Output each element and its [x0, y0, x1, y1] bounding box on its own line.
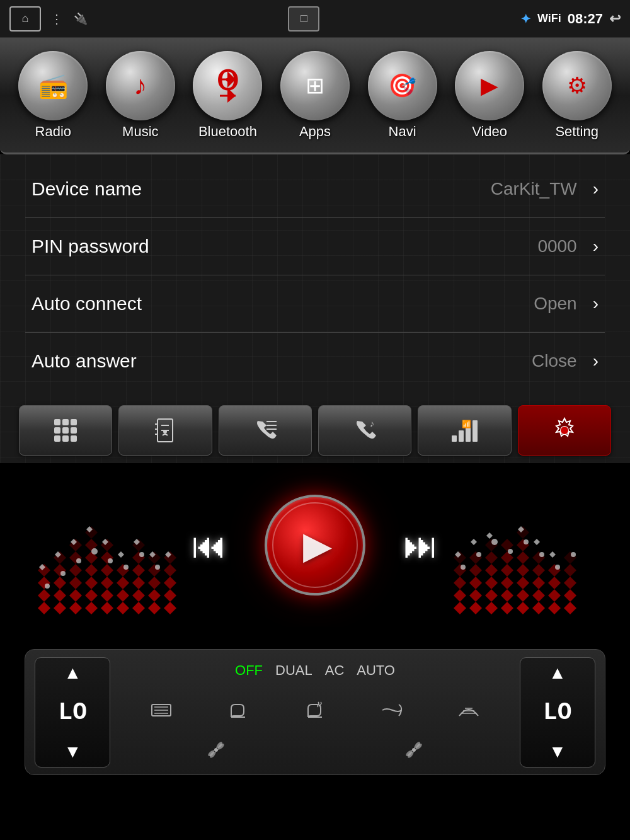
left-fan-button[interactable] [206, 740, 226, 762]
keypad-button[interactable] [19, 405, 112, 456]
svg-point-159 [214, 748, 218, 752]
svg-text:📶: 📶 [462, 419, 471, 429]
climate-mode-row: OFF DUAL AC AUTO [117, 657, 513, 684]
home-icon[interactable]: ⌂ [9, 6, 41, 32]
svg-marker-103 [469, 564, 482, 577]
auto-connect-row[interactable]: Auto connect Open › [25, 275, 605, 333]
svg-marker-47 [85, 577, 98, 589]
svg-marker-114 [501, 564, 513, 577]
navi-label: Navi [389, 124, 416, 140]
svg-marker-83 [118, 551, 124, 558]
svg-point-89 [76, 558, 81, 563]
navi-icon: 🎯 [388, 72, 416, 99]
svg-marker-126 [532, 577, 545, 589]
signal-button[interactable]: 📶 [418, 405, 511, 456]
call-log-button[interactable] [219, 405, 312, 456]
settings-button[interactable] [518, 405, 611, 456]
left-temp-up-button[interactable]: ▲ [64, 663, 81, 683]
device-name-right: CarKit_TW › [491, 179, 598, 199]
svg-point-91 [108, 558, 113, 563]
svg-rect-9 [54, 427, 60, 434]
svg-text:ʘ: ʘ [217, 68, 238, 96]
front-defrost-button[interactable] [457, 698, 481, 725]
svg-rect-12 [54, 435, 60, 442]
seat-heat-right-icon [303, 698, 327, 722]
mode-off-button[interactable]: OFF [235, 662, 263, 679]
svg-marker-130 [548, 589, 561, 602]
left-temp-display: LO [58, 699, 87, 726]
status-right: ✦ WiFi 08:27 ↩ [520, 11, 621, 27]
svg-marker-101 [469, 589, 482, 602]
next-button[interactable]: ⏭ [403, 525, 438, 566]
wifi-icon: WiFi [537, 12, 561, 25]
sidebar-item-bluetooth[interactable]: ʘ Bluetooth [193, 51, 262, 140]
video-label: Video [472, 124, 507, 140]
apps-label: Apps [299, 124, 331, 140]
video-icon: ▶ [481, 72, 498, 99]
svg-marker-74 [164, 589, 176, 602]
phonebook-button[interactable] [118, 405, 212, 456]
svg-rect-7 [62, 419, 69, 425]
device-name-value: CarKit_TW [491, 179, 577, 199]
svg-marker-59 [117, 589, 129, 602]
air-flow-icon [380, 698, 404, 722]
sidebar-item-radio[interactable]: 📻 Radio [18, 51, 88, 140]
svg-point-145 [571, 552, 576, 557]
phonebook-icon [152, 418, 178, 443]
svg-marker-52 [101, 602, 113, 614]
svg-marker-62 [132, 602, 145, 614]
svg-point-18 [163, 430, 167, 434]
recent-apps-icon[interactable]: □ [288, 6, 319, 32]
right-fan-button[interactable] [404, 740, 424, 762]
svg-marker-42 [69, 564, 82, 577]
svg-marker-30 [38, 602, 50, 614]
svg-marker-53 [101, 589, 113, 602]
device-name-chevron: › [593, 179, 598, 199]
mode-ac-button[interactable]: AC [325, 662, 345, 679]
svg-marker-31 [38, 589, 50, 602]
svg-rect-11 [71, 427, 77, 434]
svg-rect-10 [62, 427, 69, 434]
menu-dots-icon[interactable]: ⋮ [50, 11, 64, 26]
svg-marker-121 [517, 551, 529, 564]
mode-auto-button[interactable]: AUTO [357, 662, 395, 679]
seat-heat-left-button[interactable] [226, 698, 250, 725]
back-icon[interactable]: ↩ [609, 11, 621, 27]
navi-icon-circle: 🎯 [368, 51, 437, 120]
mode-dual-button[interactable]: DUAL [275, 662, 312, 679]
auto-answer-value: Close [532, 351, 577, 371]
sidebar-item-video[interactable]: ▶ Video [455, 51, 524, 140]
auto-connect-value: Open [534, 294, 577, 314]
right-temp-control: ▲ LO ▼ [520, 657, 595, 768]
svg-marker-118 [517, 589, 529, 602]
right-temp-down-button[interactable]: ▼ [549, 742, 566, 762]
climate-icons-row [117, 689, 513, 735]
rear-defrost-button[interactable] [149, 698, 173, 725]
sidebar-item-apps[interactable]: ⊞ Apps [280, 51, 350, 140]
play-button[interactable]: ▶ [265, 495, 365, 595]
prev-button[interactable]: ⏮ [192, 525, 227, 566]
svg-rect-23 [452, 435, 457, 442]
svg-marker-73 [164, 602, 176, 614]
auto-answer-row[interactable]: Auto answer Close › [25, 333, 605, 389]
svg-text:♪: ♪ [370, 418, 374, 429]
air-flow-button[interactable] [380, 698, 404, 725]
svg-marker-106 [485, 589, 498, 602]
seat-heat-right-button[interactable] [303, 698, 327, 725]
left-temp-down-button[interactable]: ▼ [64, 742, 81, 762]
music-icon: ♪ [134, 71, 147, 101]
svg-point-92 [123, 565, 129, 570]
right-fan-icon [404, 740, 424, 760]
svg-marker-147 [471, 539, 477, 545]
sidebar-item-music[interactable]: ♪ Music [106, 51, 175, 140]
sidebar-item-navi[interactable]: 🎯 Navi [368, 51, 437, 140]
svg-point-93 [139, 552, 144, 557]
sidebar-item-setting[interactable]: ⚙ Setting [542, 51, 612, 140]
radio-icon-circle: 📻 [18, 51, 88, 120]
call-button[interactable]: ♪ [318, 405, 411, 456]
svg-marker-120 [517, 564, 529, 577]
svg-point-160 [412, 748, 416, 752]
pin-password-row[interactable]: PIN password 0000 › [25, 218, 605, 275]
right-temp-up-button[interactable]: ▲ [549, 663, 566, 683]
device-name-row[interactable]: Device name CarKit_TW › [25, 161, 605, 218]
